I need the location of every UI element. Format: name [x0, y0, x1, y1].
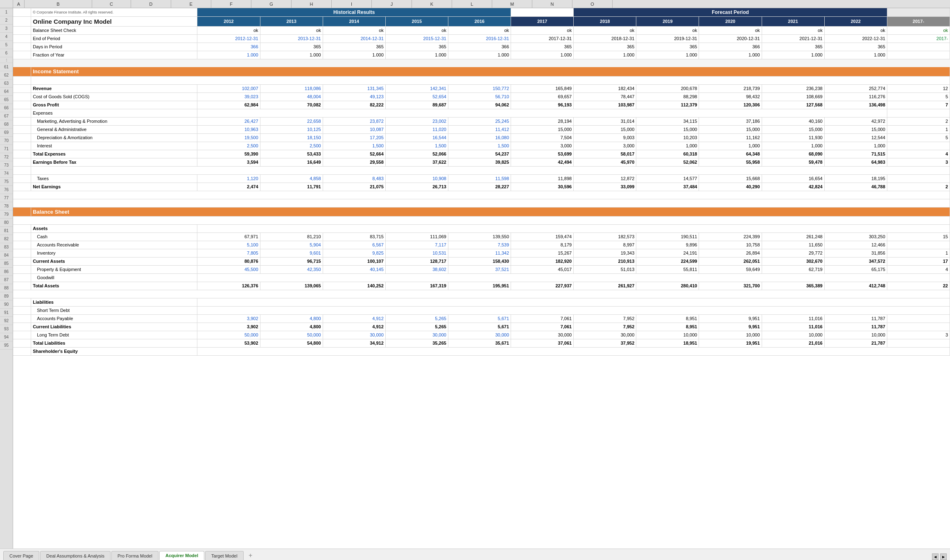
col-header-f[interactable]: F — [211, 0, 251, 8]
dip-2017: 365 — [511, 43, 574, 51]
year-2016-hist: 2016 — [448, 16, 511, 26]
bs-header-a — [13, 207, 31, 216]
r67-a — [13, 117, 31, 125]
da-label: Depreciation & Amortization — [31, 133, 197, 142]
row-95: Shareholder's Equity — [13, 347, 950, 355]
ltd-2021: 10,000 — [762, 331, 824, 339]
grid-content[interactable]: © Corporate Finance Institute. All right… — [13, 8, 950, 549]
col-header-m[interactable]: M — [492, 0, 532, 8]
gp-2014: 82,222 — [323, 101, 385, 109]
col-header-o[interactable]: O — [572, 0, 613, 8]
tax-2012: 1,120 — [197, 174, 260, 183]
ga-2022: 15,000 — [824, 125, 887, 133]
col-header-j[interactable]: J — [372, 0, 412, 8]
ebt-2018: 45,970 — [574, 158, 636, 166]
row-num-63: 63 — [0, 79, 13, 88]
year-2017-fc: 2017 — [511, 16, 574, 26]
row-64: Cost of Goods Sold (COGS) 39,023 48,004 … — [13, 93, 950, 101]
col-header-g[interactable]: G — [251, 0, 292, 8]
foy-2020: 1.000 — [699, 51, 762, 59]
te-2012: 59,390 — [197, 150, 260, 158]
int-2015: 1,500 — [385, 142, 448, 150]
tl-2021: 21,016 — [762, 339, 824, 347]
col-header-h[interactable]: H — [292, 0, 332, 8]
ne-2013: 11,791 — [260, 183, 323, 191]
tab-target-model[interactable]: Target Model — [205, 551, 244, 560]
ga-2013: 10,125 — [260, 125, 323, 133]
cl-label: Current Liabilities — [31, 323, 197, 331]
r94-a — [13, 339, 31, 347]
tab-pro-forma[interactable]: Pro Forma Model — [111, 551, 158, 560]
year-2022-fc: 2022 — [824, 16, 887, 26]
col-header-e[interactable]: E — [171, 0, 211, 8]
ap-2014: 4,912 — [323, 314, 385, 323]
eop-2018: 2018-12-31 — [574, 34, 636, 43]
row-gap — [13, 59, 950, 67]
cash-2014: 83,715 — [323, 233, 385, 241]
eop-2022: 2022-12-31 — [824, 34, 887, 43]
pe-2021: 62,719 — [762, 265, 824, 273]
tab-add-button[interactable]: + — [246, 551, 255, 560]
tab-deal-assumptions[interactable]: Deal Assumptions & Analysis — [40, 551, 111, 560]
row-num-91: 91 — [0, 309, 13, 317]
row-74: Taxes 1,120 4,858 8,483 10,908 11,598 11… — [13, 174, 950, 183]
row-num-dots: ⋮ — [0, 57, 13, 63]
r95-rest — [197, 347, 950, 355]
r90-rest — [197, 306, 950, 314]
bc-2016: ok — [448, 26, 511, 34]
tax-2022: 18,195 — [824, 174, 887, 183]
col-header-l[interactable]: L — [452, 0, 492, 8]
pe-2019: 55,811 — [636, 265, 699, 273]
ar-extra — [887, 241, 950, 249]
r84-a — [13, 257, 31, 265]
r86-rest — [197, 273, 950, 282]
row-num-85: 85 — [0, 260, 13, 268]
int-extra — [887, 142, 950, 150]
r66-rest — [197, 109, 887, 117]
ne-extra: 2 — [887, 183, 950, 191]
r65-a — [13, 101, 31, 109]
tab-cover-page[interactable]: Cover Page — [3, 551, 39, 560]
tax-2014: 8,483 — [323, 174, 385, 183]
ta-2014: 140,252 — [323, 282, 385, 290]
corner-cell — [0, 0, 13, 8]
inv-2019: 24,191 — [636, 249, 699, 257]
dip-2016: 366 — [448, 43, 511, 51]
row-73 — [13, 166, 950, 174]
copyright-cell: © Corporate Finance Institute. All right… — [31, 8, 197, 16]
pe-2012: 45,500 — [197, 265, 260, 273]
cash-2013: 81,210 — [260, 233, 323, 241]
row-67: Marketing, Advertising & Promotion 26,42… — [13, 117, 950, 125]
balance-check-label: Balance Sheet Check — [31, 26, 197, 34]
tab-scroll-left[interactable]: ◀ — [932, 553, 939, 560]
ga-extra: 1 — [887, 125, 950, 133]
tab-acquirer-model[interactable]: Acquirer Model — [159, 551, 204, 560]
row-68: General & Administrative 10,963 10,125 1… — [13, 125, 950, 133]
ca-2021: 302,670 — [762, 257, 824, 265]
int-2019: 1,000 — [636, 142, 699, 150]
col-header-i[interactable]: I — [332, 0, 372, 8]
col-header-a[interactable]: A — [13, 0, 25, 8]
r80-rest — [197, 224, 950, 233]
col-header-n[interactable]: N — [532, 0, 572, 8]
pe-2018: 51,013 — [574, 265, 636, 273]
col-header-k[interactable]: K — [412, 0, 452, 8]
tab-scroll-right[interactable]: ▶ — [940, 553, 947, 560]
col-header-c[interactable]: C — [92, 0, 131, 8]
tl-2018: 37,952 — [574, 339, 636, 347]
row-num-66: 66 — [0, 104, 13, 112]
row-85: Property & Equipment 45,500 42,350 40,14… — [13, 265, 950, 273]
ta-2019: 280,410 — [636, 282, 699, 290]
row-2: Online Company Inc Model 2012 2013 2014 … — [13, 16, 950, 26]
ne-2014: 21,075 — [323, 183, 385, 191]
total-exp-label: Total Expenses — [31, 150, 197, 158]
taxes-label: Taxes — [31, 174, 197, 183]
row-89: Liabilities — [13, 298, 950, 306]
col-header-d[interactable]: D — [131, 0, 171, 8]
da-2018: 9,003 — [574, 133, 636, 142]
row-81: Cash 67,971 81,210 83,715 111,069 139,55… — [13, 233, 950, 241]
row-num-2: 2 — [0, 16, 13, 25]
col-header-b[interactable]: B — [25, 0, 92, 8]
ebt-2014: 29,558 — [323, 158, 385, 166]
cogs-2017: 69,657 — [511, 93, 574, 101]
